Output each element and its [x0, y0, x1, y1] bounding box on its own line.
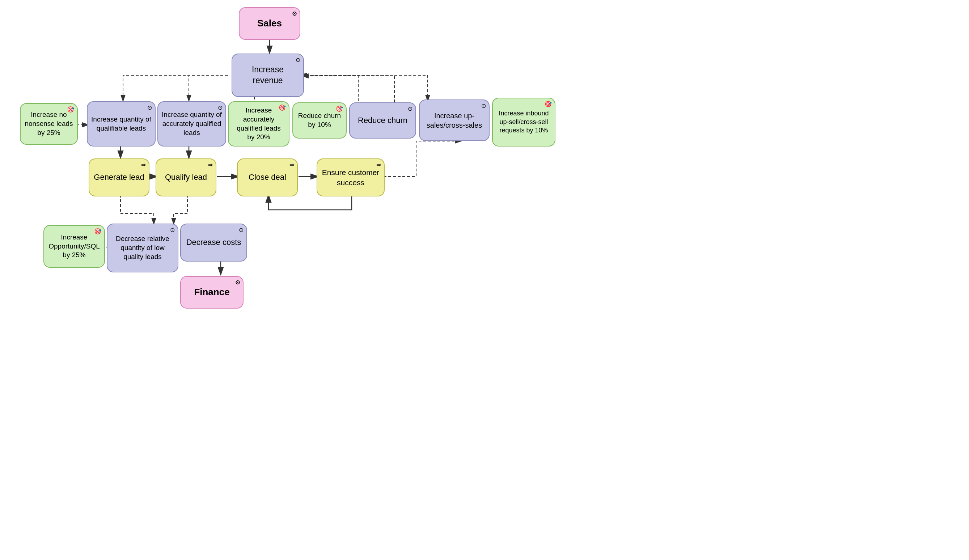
node-increase-oppsql[interactable]: 🎯 Increase Opportunity/SQL by 25%: [43, 225, 105, 268]
pin-icon-3: ⊙: [218, 104, 223, 112]
target-icon-4: 🎯: [544, 101, 552, 108]
toggle-icon-2: ⊙: [235, 279, 240, 286]
pin-icon: ⊙: [296, 56, 300, 64]
node-increase-accurate-20[interactable]: 🎯 Increase accurately qualified leads by…: [228, 101, 290, 146]
target-icon-1: 🎯: [67, 106, 74, 114]
node-increase-upsell[interactable]: ⊙ Increase up-sales/cross-sales: [419, 100, 489, 141]
pin-icon-6: ⊙: [170, 226, 175, 234]
node-decrease-costs[interactable]: ⊙ Decrease costs: [180, 224, 247, 261]
arrow-icon-3: ⇒: [290, 161, 294, 169]
node-generate-lead[interactable]: ⇒ Generate lead: [89, 158, 150, 196]
arrow-icon-2: ⇒: [208, 161, 213, 169]
node-increase-revenue[interactable]: ⊙ Increase revenue: [231, 53, 304, 97]
node-reduce-churn[interactable]: ⊙ Reduce churn: [349, 102, 416, 138]
node-ensure-customer[interactable]: ⇒ Ensure customer success: [316, 158, 385, 196]
pin-icon-7: ⊙: [239, 226, 243, 234]
target-icon-5: 🎯: [94, 228, 101, 236]
node-qualify-lead[interactable]: ⇒ Qualify lead: [156, 158, 216, 196]
node-decrease-relative[interactable]: ⊙ Decrease relative quantity of low qual…: [107, 224, 178, 273]
node-increase-qty-qualifiable[interactable]: ⊙ Increase quantity of qualifiable leads: [87, 101, 156, 146]
arrow-icon-1: ⇒: [141, 161, 146, 169]
toggle-icon: ⊙: [292, 10, 297, 18]
target-icon-3: 🎯: [336, 105, 343, 113]
node-finance[interactable]: ⊙ Finance: [180, 276, 243, 309]
node-close-deal[interactable]: ⇒ Close deal: [237, 158, 298, 196]
node-increase-no-nonsense[interactable]: 🎯 Increase no nonsense leads by 25%: [20, 103, 78, 145]
arrow-icon-4: ⇒: [376, 161, 381, 169]
pin-icon-2: ⊙: [147, 104, 152, 112]
pin-icon-5: ⊙: [481, 102, 486, 110]
arrows-layer: [0, 0, 969, 560]
node-increase-inbound[interactable]: 🎯 Increase inbound up-sell/cross-sell re…: [492, 98, 555, 146]
diagram-canvas: ⊙ Sales ⊙ Increase revenue 🎯 Increase no…: [0, 0, 969, 560]
pin-icon-4: ⊙: [408, 105, 413, 113]
node-increase-qty-accurate[interactable]: ⊙ Increase quantity of accurately qualif…: [157, 101, 226, 146]
node-sales[interactable]: ⊙ Sales: [239, 7, 300, 40]
target-icon-2: 🎯: [279, 104, 286, 112]
node-reduce-churn-10[interactable]: 🎯 Reduce churn by 10%: [292, 102, 346, 138]
